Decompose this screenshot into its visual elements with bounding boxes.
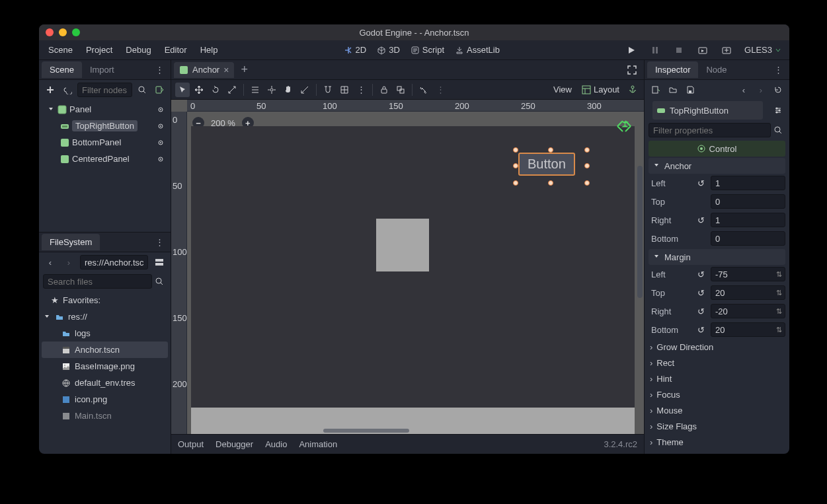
visibility-toggle-icon[interactable] [156, 155, 165, 164]
distraction-free-icon[interactable] [623, 65, 641, 75]
workspace-script-button[interactable]: Script [405, 42, 450, 57]
centered-panel-preview[interactable] [376, 219, 429, 271]
mouse-section[interactable]: › Mouse [645, 402, 789, 418]
bone-icon[interactable] [416, 83, 431, 97]
debugger-tab[interactable]: Debugger [216, 439, 253, 449]
scene-tab[interactable]: Scene [42, 61, 82, 78]
workspace-assetlib-button[interactable]: AssetLib [450, 42, 505, 57]
margin-section-header[interactable]: Margin [649, 249, 785, 265]
anchor-bottom-input[interactable]: 0 [711, 231, 785, 246]
anchor-section-header[interactable]: Anchor [649, 158, 785, 174]
history-icon[interactable] [771, 83, 785, 97]
control-class-header[interactable]: Control [649, 141, 785, 157]
new-resource-icon[interactable] [649, 83, 663, 97]
custom-styles-section[interactable]: › Custom Styles [645, 450, 789, 454]
spinner-icon[interactable]: ⇅ [776, 307, 782, 316]
reset-icon[interactable]: ↺ [695, 270, 707, 279]
search-icon[interactable] [135, 83, 149, 97]
search-icon[interactable] [771, 123, 785, 137]
add-scene-tab-button[interactable]: + [234, 63, 255, 77]
grid-snap-icon[interactable] [337, 83, 352, 97]
snap-toggle-icon[interactable] [321, 83, 335, 97]
fs-file-anchor[interactable]: Anchor.tscn [42, 342, 168, 358]
workspace-2d-button[interactable]: 2D [338, 42, 372, 57]
select-tool-icon[interactable] [175, 83, 190, 97]
theme-section[interactable]: › Theme [645, 434, 789, 450]
fs-res-root[interactable]: res:// [42, 308, 168, 325]
snap-options-icon[interactable]: ⋮ [354, 83, 368, 97]
anchor-preset-icon[interactable] [625, 83, 640, 97]
spinner-icon[interactable]: ⇅ [776, 270, 782, 279]
layout-menu-button[interactable]: Layout [578, 83, 623, 97]
close-tab-icon[interactable]: × [223, 65, 229, 75]
resize-handle-w-icon[interactable] [513, 163, 518, 168]
animation-tab[interactable]: Animation [299, 439, 337, 449]
margin-bottom-input[interactable]: 20⇅ [711, 322, 785, 337]
bottom-panel-preview[interactable] [191, 408, 635, 434]
fs-file-baseimage[interactable]: BaseImage.png [42, 358, 168, 375]
pause-button[interactable] [648, 43, 662, 57]
filesystem-path-input[interactable] [80, 255, 148, 270]
inspector-tab[interactable]: Inspector [647, 61, 698, 78]
nav-forward-button[interactable]: › [61, 255, 76, 270]
reset-icon[interactable]: ↺ [695, 178, 707, 188]
search-icon[interactable] [152, 274, 167, 289]
list-select-icon[interactable] [248, 83, 262, 97]
object-properties-icon[interactable] [771, 103, 785, 118]
resize-handle-s-icon[interactable] [548, 180, 553, 186]
resize-handle-ne-icon[interactable] [584, 147, 590, 153]
instance-scene-button[interactable] [60, 83, 75, 97]
resize-handle-e-icon[interactable] [584, 163, 590, 168]
visibility-toggle-icon[interactable] [156, 138, 165, 147]
pivot-tool-icon[interactable] [264, 83, 279, 97]
scale-tool-icon[interactable] [225, 83, 239, 97]
pan-tool-icon[interactable] [281, 83, 295, 97]
menu-debug[interactable]: Debug [119, 42, 157, 57]
margin-right-input[interactable]: -20⇅ [711, 304, 785, 318]
anchor-top-input[interactable]: 0 [711, 194, 785, 209]
renderer-selector[interactable]: GLES3 [739, 45, 787, 55]
spinner-icon[interactable]: ⇅ [776, 289, 782, 297]
play-button[interactable] [624, 43, 639, 57]
dock-menu-icon[interactable]: ⋮ [770, 65, 787, 75]
group-icon[interactable] [393, 83, 408, 97]
reset-icon[interactable]: ↺ [695, 288, 707, 298]
menu-editor[interactable]: Editor [158, 42, 194, 57]
menu-help[interactable]: Help [194, 42, 225, 57]
attach-script-button[interactable] [152, 83, 167, 97]
viewport-vscrollbar[interactable] [637, 166, 643, 298]
view-menu-button[interactable]: View [549, 83, 576, 97]
node-tab[interactable]: Node [698, 61, 734, 78]
load-resource-icon[interactable] [666, 83, 680, 97]
fs-file-iconpng[interactable]: icon.png [42, 391, 168, 408]
stop-button[interactable] [672, 43, 686, 57]
dock-menu-icon[interactable]: ⋮ [151, 65, 168, 75]
reset-icon[interactable]: ↺ [695, 306, 707, 316]
spinner-icon[interactable]: ⇅ [776, 326, 782, 334]
add-node-button[interactable] [43, 83, 58, 97]
fs-file-main[interactable]: Main.tscn [42, 408, 168, 424]
resize-handle-sw-icon[interactable] [513, 180, 518, 186]
fs-file-defaultenv[interactable]: default_env.tres [42, 375, 168, 391]
scene-node-bottompanel[interactable]: BottomPanel [42, 134, 168, 151]
margin-top-input[interactable]: 20⇅ [711, 285, 785, 300]
anchor-marker-icon[interactable] [615, 117, 633, 135]
open-scene-tab[interactable]: Anchor × [174, 62, 234, 78]
size-flags-section[interactable]: › Size Flags [645, 418, 789, 434]
history-back-icon[interactable]: ‹ [736, 83, 751, 97]
scene-node-toprightbutton[interactable]: TopRightButton [42, 118, 168, 134]
ruler-tool-icon[interactable] [297, 83, 312, 97]
menu-scene[interactable]: Scene [42, 42, 79, 57]
dock-menu-icon[interactable]: ⋮ [151, 237, 168, 247]
scene-filter-input[interactable] [77, 83, 132, 97]
rect-section[interactable]: › Rect [645, 355, 789, 371]
bone-options-icon[interactable]: ⋮ [433, 83, 448, 97]
scene-node-panel[interactable]: Panel [42, 101, 168, 118]
hint-section[interactable]: › Hint [645, 371, 789, 386]
nav-back-button[interactable]: ‹ [43, 255, 58, 270]
inspected-node-name[interactable]: TopRightButton [652, 101, 763, 120]
margin-left-input[interactable]: -75⇅ [711, 267, 785, 281]
viewport-2d[interactable]: 0 50 100 150 200 250 300 0 50 100 150 20… [171, 100, 644, 434]
workspace-3d-button[interactable]: 3D [372, 42, 405, 57]
visibility-toggle-icon[interactable] [156, 122, 165, 131]
